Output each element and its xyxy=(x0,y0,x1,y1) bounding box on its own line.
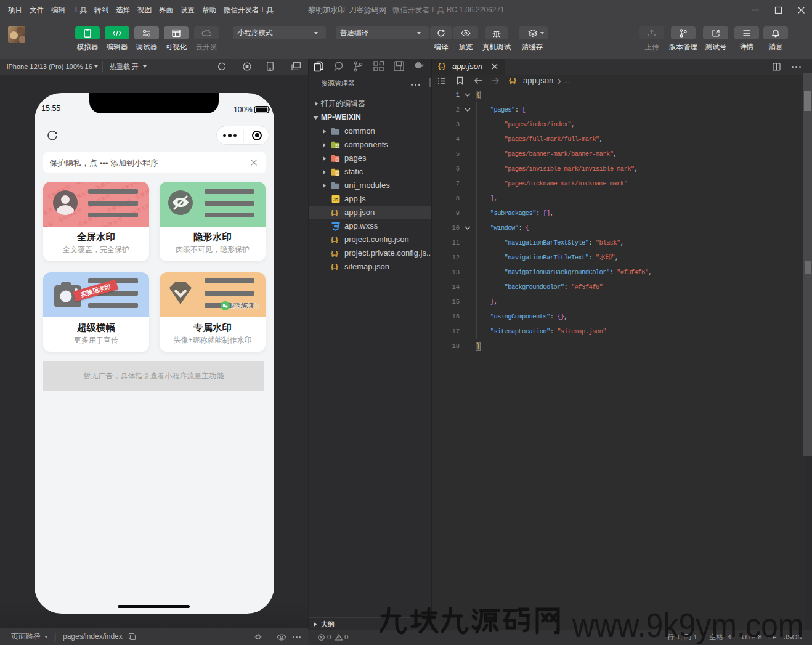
svg-text:JS: JS xyxy=(333,198,339,202)
